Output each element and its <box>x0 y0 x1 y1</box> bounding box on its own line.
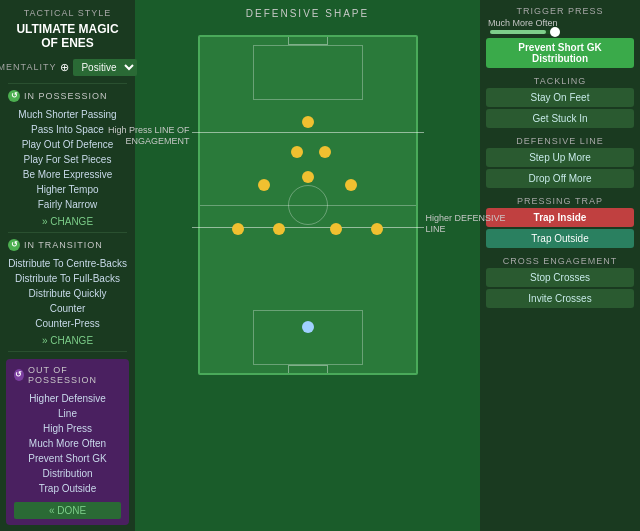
player-def-4 <box>371 223 383 235</box>
list-item: Prevent Short GK Distribution <box>22 451 113 481</box>
list-item: Much Shorter Passing <box>8 107 127 122</box>
list-item: Fairly Narrow <box>8 197 127 212</box>
trigger-press-row: Much More Often <box>486 18 634 28</box>
defensive-line-title: DEFENSIVE LINE <box>486 136 634 146</box>
list-item: Distribute To Full-Backs <box>8 271 127 286</box>
trigger-press-slider-thumb <box>550 27 560 37</box>
mentality-select[interactable]: Positive <box>73 59 137 76</box>
out-possession-section: ↺ OUT OF POSSESSION Higher Defensive Lin… <box>6 359 129 525</box>
player-def-1 <box>232 223 244 235</box>
player-def-3 <box>330 223 342 235</box>
player-gk <box>302 321 314 333</box>
pitch <box>198 35 418 375</box>
pitch-box-top <box>253 45 363 100</box>
press-line-label: High Press LINE OF ENGAGEMENT <box>108 125 190 147</box>
list-item: High Press <box>22 421 113 436</box>
in-transition-icon: ↺ <box>8 239 20 251</box>
list-item: Be More Expressive <box>8 167 127 182</box>
list-item: Play For Set Pieces <box>8 152 127 167</box>
press-engagement-line <box>192 132 424 133</box>
tackling-section: TACKLING Stay On Feet Get Stuck In <box>486 76 634 130</box>
list-item: Higher Defensive Line <box>22 391 113 421</box>
tackling-title: TACKLING <box>486 76 634 86</box>
pitch-goal-top <box>288 37 328 45</box>
mentality-icon: ⊕ <box>60 61 69 74</box>
player-mid-3 <box>345 179 357 191</box>
trigger-press-slider-fill <box>490 30 546 34</box>
trap-inside-btn[interactable]: Trap Inside <box>486 208 634 227</box>
prevent-short-gk-btn[interactable]: Prevent Short GK Distribution <box>486 38 634 68</box>
list-item: Higher Tempo <box>8 182 127 197</box>
defensive-line-section: DEFENSIVE LINE Step Up More Drop Off Mor… <box>486 136 634 190</box>
player-mid-2 <box>302 171 314 183</box>
pitch-area: DEFENSIVE SHAPE High Press LINE OF ENGAG… <box>135 0 480 531</box>
pressing-trap-section: PRESSING TRAP Trap Inside Trap Outside <box>486 196 634 250</box>
list-item: Much More Often <box>22 436 113 451</box>
sidebar: TACTICAL STYLE ULTIMATE MAGIC OF ENES ME… <box>0 0 135 531</box>
in-transition-title: IN TRANSITION <box>24 240 103 250</box>
step-up-more-btn[interactable]: Step Up More <box>486 148 634 167</box>
pitch-title: DEFENSIVE SHAPE <box>246 8 369 19</box>
drop-off-more-btn[interactable]: Drop Off More <box>486 169 634 188</box>
trigger-press-value: Much More Often <box>488 18 558 28</box>
in-transition-change-btn[interactable]: » CHANGE <box>0 333 135 348</box>
cross-engagement-title: CROSS ENGAGEMENT <box>486 256 634 266</box>
player-cam-2 <box>319 146 331 158</box>
out-possession-title: OUT OF POSSESSION <box>28 365 121 385</box>
pressing-trap-title: PRESSING TRAP <box>486 196 634 206</box>
player-fw <box>302 116 314 128</box>
in-possession-items: Much Shorter Passing Pass Into Space Pla… <box>0 105 135 214</box>
trigger-press-section: TRIGGER PRESS Much More Often Prevent Sh… <box>486 6 634 70</box>
right-panel: TRIGGER PRESS Much More Often Prevent Sh… <box>480 0 640 531</box>
list-item: Distribute Quickly <box>8 286 127 301</box>
trigger-press-slider[interactable] <box>490 30 560 34</box>
list-item: Counter-Press <box>8 316 127 331</box>
invite-crosses-btn[interactable]: Invite Crosses <box>486 289 634 308</box>
stop-crosses-btn[interactable]: Stop Crosses <box>486 268 634 287</box>
list-item: Trap Outside <box>22 481 113 496</box>
mentality-label: MENTALITY <box>0 62 56 72</box>
player-def-2 <box>273 223 285 235</box>
in-possession-title: IN POSSESSION <box>24 91 108 101</box>
stay-on-feet-btn[interactable]: Stay On Feet <box>486 88 634 107</box>
defensive-line-label: Higher DEFENSIVE LINE <box>426 213 508 235</box>
get-stuck-in-btn[interactable]: Get Stuck In <box>486 109 634 128</box>
in-possession-change-btn[interactable]: » CHANGE <box>0 214 135 229</box>
trigger-press-title: TRIGGER PRESS <box>486 6 634 16</box>
in-possession-icon: ↺ <box>8 90 20 102</box>
pitch-goal-bottom <box>288 365 328 373</box>
player-cam-1 <box>291 146 303 158</box>
tactical-style-label: TACTICAL STYLE <box>0 6 135 20</box>
list-item: Counter <box>8 301 127 316</box>
pitch-center-circle <box>288 185 328 225</box>
defensive-line <box>192 227 424 228</box>
out-possession-items: Higher Defensive Line High Press Much Mo… <box>14 389 121 498</box>
tactical-style-value: ULTIMATE MAGIC OF ENES <box>0 20 135 55</box>
player-mid-1 <box>258 179 270 191</box>
done-btn[interactable]: « DONE <box>14 502 121 519</box>
out-possession-icon: ↺ <box>14 369 24 381</box>
pitch-box-bottom <box>253 310 363 365</box>
in-transition-items: Distribute To Centre-Backs Distribute To… <box>0 254 135 333</box>
trap-outside-btn[interactable]: Trap Outside <box>486 229 634 248</box>
cross-engagement-section: CROSS ENGAGEMENT Stop Crosses Invite Cro… <box>486 256 634 310</box>
list-item: Distribute To Centre-Backs <box>8 256 127 271</box>
